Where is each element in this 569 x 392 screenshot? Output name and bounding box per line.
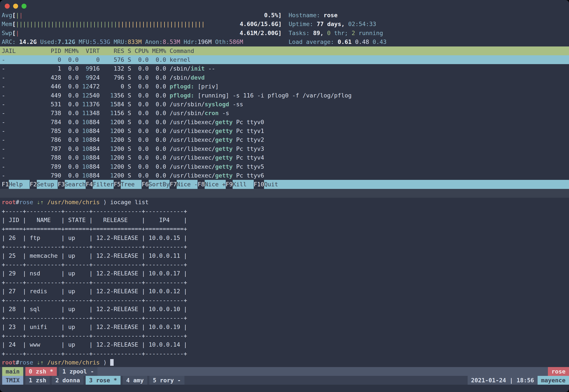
- command: getty: [215, 154, 233, 161]
- jail-pid: - 0: [2, 56, 61, 63]
- jail-table-border: +-----+----------+-------+--------------…: [0, 296, 569, 305]
- fkey-f10[interactable]: F10: [254, 180, 264, 189]
- mem-pct2: 0.0: [149, 154, 166, 161]
- virt-hi: 10: [82, 119, 89, 126]
- htop-process-row[interactable]: - 788 0.0 10884 1200 S 0.0 0.0 /usr/libe…: [0, 153, 569, 162]
- htop-process-row[interactable]: - 1 0.0 9916 132 S 0.0 0.0 /sbin/init --: [0, 64, 569, 73]
- command: getty: [215, 127, 233, 134]
- virt: 916: [89, 65, 100, 72]
- close-button[interactable]: [5, 4, 10, 9]
- cpu-pct: 0.0: [131, 101, 149, 108]
- res: 576: [114, 56, 124, 63]
- tmux2-window-2[interactable]: 3 rose *: [86, 376, 121, 385]
- fkey-label-search[interactable]: Search: [65, 180, 86, 189]
- tmux2-window-1[interactable]: 2 donna: [52, 376, 83, 385]
- htop-process-row[interactable]: - 738 0.0 11348 1156 S 0.0 0.0 /usr/sbin…: [0, 109, 569, 117]
- fkey-f1[interactable]: F1: [2, 180, 9, 189]
- fkey-f5[interactable]: F5: [114, 180, 121, 189]
- zoom-button[interactable]: [22, 4, 27, 9]
- res-hi: 1: [110, 110, 114, 116]
- arc-stat: 14.2G: [19, 39, 37, 45]
- fkey-f4[interactable]: F4: [86, 180, 93, 189]
- res: 200: [114, 145, 124, 152]
- command: getty: [215, 172, 233, 179]
- meter-bar: |: [37, 21, 40, 27]
- htop-process-row[interactable]: - 0 0.0 0 576 S 0.0 0.0 kernel: [0, 55, 569, 64]
- tmux2-window-3[interactable]: 4 amy: [123, 376, 147, 385]
- htop-process-row[interactable]: - 531 0.0 11376 1584 S 0.0 0.0 /usr/sbin…: [0, 100, 569, 109]
- command: getty: [215, 163, 233, 170]
- htop-process-row[interactable]: - 784 0.0 10884 1200 S 0.0 0.0 /usr/libe…: [0, 118, 569, 126]
- meter-bar: |: [89, 21, 93, 27]
- tmux1-window-1[interactable]: 1 zpool -: [59, 367, 98, 376]
- command: kernel: [170, 56, 191, 63]
- minimize-button[interactable]: [13, 4, 18, 9]
- command: -ss: [229, 101, 243, 108]
- res-hi: 1: [110, 101, 114, 108]
- htop-process-row[interactable]: - 428 0.0 9924 796 S 0.0 0.0 /sbin/devd: [0, 73, 569, 82]
- meter-bar: |: [103, 21, 107, 27]
- fkey-label-quit[interactable]: Quit: [264, 180, 569, 189]
- command: syslogd: [205, 101, 229, 108]
- fkey-label-help[interactable]: Help: [9, 180, 30, 189]
- state: S: [124, 65, 131, 72]
- status-datetime: 2021-01-24 | 18:56: [468, 376, 538, 385]
- prompt-segment: ⇡: [40, 199, 44, 206]
- htop-process-row[interactable]: - 785 0.0 10884 1200 S 0.0 0.0 /usr/libe…: [0, 126, 569, 135]
- fkey-label-kill[interactable]: Kill: [233, 180, 254, 189]
- fkey-label-nice-[interactable]: Nice -: [177, 180, 198, 189]
- virt-hi: 10: [82, 172, 89, 179]
- status-lead: [0, 376, 2, 385]
- prompt-segment: [33, 359, 37, 366]
- prompt-segment: [44, 359, 47, 366]
- htop-process-row[interactable]: - 449 0.0 12540 1356 S 0.0 0.0 pflogd: […: [0, 91, 569, 100]
- virt: 472: [89, 83, 100, 90]
- fkey-f3[interactable]: F3: [58, 180, 65, 189]
- fkey-label-setup[interactable]: Setup: [37, 180, 58, 189]
- tmux2-window-4[interactable]: 5 rory -: [149, 376, 185, 385]
- jail-pid: - 531: [2, 101, 61, 108]
- htop-process-row[interactable]: - 787 0.0 10884 1200 S 0.0 0.0 /usr/libe…: [0, 144, 569, 153]
- meter-value: 4.60G/15.6G: [240, 21, 278, 27]
- fkey-label-filter[interactable]: Filter: [93, 180, 114, 189]
- fkey-label-sortby[interactable]: SortBy: [149, 180, 170, 189]
- fkey-f2[interactable]: F2: [30, 180, 37, 189]
- command: /usr/libexec/: [170, 119, 215, 126]
- prompt-segment: rose: [19, 199, 33, 206]
- res-hi: 1: [110, 163, 114, 170]
- tmux-session-tmix[interactable]: TMIX: [2, 376, 23, 385]
- meter-bar: |: [184, 21, 187, 27]
- meter-bar: |: [51, 21, 54, 27]
- fkey-f9[interactable]: F9: [226, 180, 233, 189]
- virt: 884: [89, 172, 100, 179]
- meter-bar: |: [166, 21, 170, 27]
- htop-process-row[interactable]: - 786 0.0 10884 1200 S 0.0 0.0 /usr/libe…: [0, 135, 569, 144]
- system-info: 77 days,: [317, 21, 348, 27]
- prompt-segment: ⇣: [37, 359, 40, 366]
- arc-stat: 586M: [229, 39, 243, 45]
- meter-bar: |: [16, 12, 19, 18]
- state: S: [124, 74, 131, 81]
- command: devd: [191, 74, 205, 81]
- mem-pct: 0.0: [61, 56, 79, 63]
- htop-process-row[interactable]: - 790 0.0 10884 1200 S 0.0 0.0 /usr/libe…: [0, 171, 569, 180]
- arc-stat: Hdr:: [180, 39, 198, 45]
- fkey-f7[interactable]: F7: [170, 180, 177, 189]
- htop-process-row[interactable]: - 789 0.0 10884 1200 S 0.0 0.0 /usr/libe…: [0, 162, 569, 171]
- text-cursor[interactable]: [110, 359, 114, 366]
- virt: 348: [89, 110, 100, 116]
- htop-process-row[interactable]: - 446 0.0 12472 0 S 0.0 0.0 pflogd: [pri…: [0, 82, 569, 91]
- system-info: Uptime:: [289, 21, 317, 27]
- tmux-session-main[interactable]: main: [2, 367, 23, 376]
- tmux1-window-0[interactable]: 0 zsh *: [25, 367, 57, 376]
- load-average: 0.43: [372, 39, 386, 45]
- htop-arc-line: ARC: 14.2G Used:7.12G MFU:5.53G MRU:833M…: [0, 37, 569, 46]
- tmux2-window-0[interactable]: 1 zsh: [25, 376, 50, 385]
- mem-pct: 0.0: [61, 145, 79, 152]
- fkey-f8[interactable]: F8: [198, 180, 205, 189]
- fkey-f6[interactable]: F6: [142, 180, 149, 189]
- htop-table-header[interactable]: JAIL PID MEM% VIRT RES S CPU% MEM% Comma…: [0, 46, 569, 55]
- res: 200: [114, 119, 124, 126]
- fkey-label-nice-[interactable]: Nice +: [205, 180, 226, 189]
- fkey-label-tree[interactable]: Tree: [121, 180, 142, 189]
